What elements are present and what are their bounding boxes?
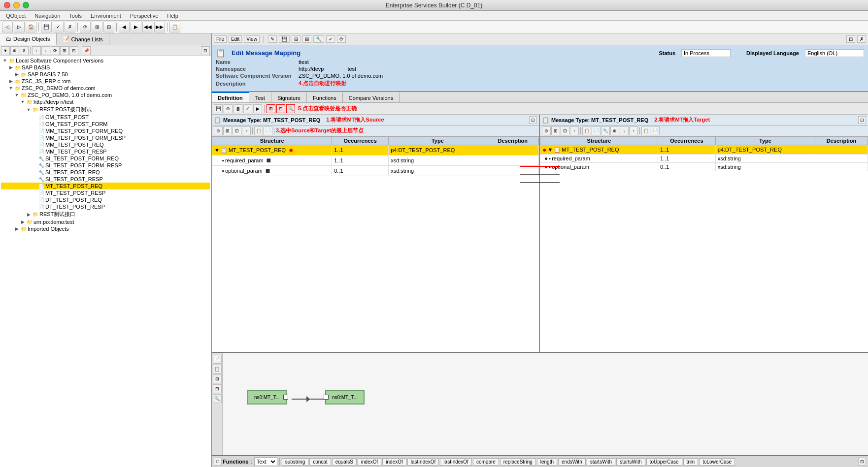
toolbar-btn-14[interactable]: 📋	[169, 22, 180, 32]
tgt-btn-12[interactable]: 📄	[651, 126, 660, 135]
func-btn-lastindexof1[interactable]: lastIndexOf	[407, 458, 439, 466]
lt-btn-add[interactable]: ⊕	[10, 46, 19, 55]
editor-btn-edit[interactable]: Edit	[229, 35, 242, 43]
menu-help[interactable]: Help	[163, 12, 182, 20]
tab-compare[interactable]: Compare Versions	[343, 92, 400, 102]
menu-qobject[interactable]: QObject	[2, 12, 30, 20]
table-row[interactable]: ● ▼ 📋 MT_TEST_POST_REQ 1..1 p4:DT_TEST_P…	[540, 145, 868, 155]
menu-navigation[interactable]: Navigation	[31, 12, 64, 20]
src-btn-4[interactable]: ↑	[242, 126, 251, 135]
toolbar-btn-2[interactable]: ▷	[14, 22, 25, 32]
func-btn-length[interactable]: length	[537, 458, 557, 466]
expand-zsc-po-demo[interactable]: ▼	[8, 85, 14, 91]
tree-item-dt-req[interactable]: 📄 DT_TEST_POST_REQ	[1, 196, 210, 203]
expand-local[interactable]: ▼	[2, 58, 8, 63]
expand-zsc-js[interactable]: ▶	[8, 78, 14, 84]
tree-item-zsc-po-demo[interactable]: ▼ 📁 ZSC_PO_DEMO of demo.com	[1, 85, 210, 92]
lt-btn-up[interactable]: ↑	[32, 46, 41, 55]
editor-btn-file[interactable]: File	[214, 35, 227, 43]
map-btn-automap[interactable]: ⊞	[267, 104, 275, 113]
expand-zsc-po-demo-10[interactable]: ▼	[14, 92, 20, 98]
lt-btn-collapse[interactable]: ⊟	[69, 46, 78, 55]
map-btn-add[interactable]: ⊕	[224, 104, 233, 113]
tgt-btn-5[interactable]: 📋	[582, 126, 591, 135]
func-category-select[interactable]: Text Math Date	[254, 457, 277, 466]
expand-urn-po[interactable]: ▶	[20, 219, 26, 225]
close-button[interactable]	[4, 2, 10, 8]
editor-btn-3[interactable]: ⊟	[292, 35, 300, 43]
tree-item-om-test-post-form[interactable]: 📄 OM_TEST_POST_FORM	[1, 121, 210, 127]
expand-rest-post[interactable]: ▼	[26, 107, 32, 113]
tree-item-si-form-resp[interactable]: 🔧 SI_TEST_POST_FORM_RESP	[1, 162, 210, 169]
diagram-target-node[interactable]: ns0:MT_T...	[325, 390, 365, 405]
lt-btn-expand[interactable]: ⊞	[60, 46, 69, 55]
tgt-btn-11[interactable]: 📋	[641, 126, 650, 135]
editor-close-btn[interactable]: ✗	[857, 35, 866, 43]
map-btn-automap2[interactable]: ⊟	[276, 104, 285, 113]
src-btn-3[interactable]: ⊟	[233, 126, 241, 135]
target-table-container[interactable]: Structure Occurrences Type Description ●	[540, 136, 868, 352]
menu-tools[interactable]: Tools	[65, 12, 86, 20]
func-btn-endswith[interactable]: endsWith	[558, 458, 586, 466]
tree-item-imported[interactable]: ▶ 📁 Imported Objects	[1, 225, 210, 232]
editor-btn-2[interactable]: 💾	[279, 35, 290, 43]
func-btn-tolowercase[interactable]: toLowerCase	[699, 458, 735, 466]
map-btn-save[interactable]: 💾	[214, 104, 223, 113]
table-row[interactable]: ● ▪ optional_param 0..1 xsd:string	[540, 163, 868, 171]
diag-btn-2[interactable]: 📋	[213, 365, 222, 374]
func-btn-startswith2[interactable]: startsWith	[616, 458, 645, 466]
map-btn-test[interactable]: ▶	[253, 104, 262, 113]
tgt-btn-4[interactable]: ↑	[570, 126, 579, 135]
map-btn-del[interactable]: 🗑	[234, 104, 242, 113]
tree-item-rest-cejie[interactable]: ▶ 📁 REST测试接口	[1, 210, 210, 218]
tgt-btn-1[interactable]: ⊕	[542, 126, 551, 135]
lt-btn-refresh[interactable]: ⟳	[51, 46, 60, 55]
tree-area[interactable]: ▼ 📁 Local Software Component Versions ▶ …	[0, 56, 211, 467]
editor-btn-view[interactable]: View	[244, 35, 260, 43]
func-btn-lastindexof2[interactable]: lastIndexOf	[440, 458, 472, 466]
tree-item-mt-resp[interactable]: 📄 MT_TEST_POST_RESP	[1, 189, 210, 196]
toolbar-btn-4[interactable]: 💾	[41, 22, 52, 32]
tree-item-local[interactable]: ▼ 📁 Local Software Component Versions	[1, 57, 210, 64]
source-table-container[interactable]: Structure Occurrences Type Description ▼	[212, 136, 539, 352]
lt-btn-filter[interactable]: ▼	[1, 46, 10, 55]
toolbar-btn-11[interactable]: ▶	[131, 22, 141, 32]
diagram-canvas[interactable]: ns0:MT_T... ns0:MT_T...	[223, 353, 868, 455]
toolbar-btn-6[interactable]: ✗	[65, 22, 75, 32]
table-row[interactable]: ▼ 📋 MT_TEST_POST_REQ ● 1..1 p4:DT_TEST_P…	[212, 145, 539, 156]
toolbar-btn-9[interactable]: ⊟	[103, 22, 114, 32]
lt-btn-delete[interactable]: ✗	[20, 46, 29, 55]
lt-btn-pin[interactable]: 📌	[82, 46, 91, 55]
src-btn-5[interactable]: 📋	[254, 126, 263, 135]
tree-item-si-req[interactable]: 🔧 SI_TEST_POST_REQ	[1, 169, 210, 176]
toolbar-btn-8[interactable]: ⊞	[92, 22, 102, 32]
editor-expand-btn[interactable]: ⊡	[846, 35, 855, 43]
func-toggle-btn[interactable]: □	[214, 458, 222, 466]
tree-item-mt-req[interactable]: 📄 MT_TEST_POST_REQ	[1, 183, 210, 189]
source-expand-btn[interactable]: ⊡	[529, 116, 537, 124]
toolbar-btn-13[interactable]: ▶▶	[154, 22, 165, 32]
status-input[interactable]	[681, 49, 731, 57]
func-btn-trim[interactable]: trim	[683, 458, 699, 466]
tgt-btn-10[interactable]: ↑	[629, 126, 638, 135]
expand-imported[interactable]: ▶	[14, 226, 20, 232]
editor-btn-7[interactable]: ⟳	[337, 35, 346, 43]
tree-item-rest-post[interactable]: ▼ 📁 REST POST接口测试	[1, 105, 210, 114]
tree-item-mm-resp[interactable]: 📄 MM_TEST_POST_RESP	[1, 148, 210, 155]
expand-sap-basis-750[interactable]: ▶	[14, 71, 20, 77]
tab-signature[interactable]: Signature	[271, 92, 307, 102]
func-btn-replacestring[interactable]: replaceString	[500, 458, 536, 466]
toolbar-btn-7[interactable]: ⟳	[80, 22, 91, 32]
diag-btn-5[interactable]: 🔍	[213, 394, 222, 403]
func-expand-btn[interactable]: ⊡	[858, 458, 866, 466]
tgt-btn-7[interactable]: 🔧	[601, 126, 610, 135]
tab-functions[interactable]: Functions	[307, 92, 343, 102]
expand-icon-src-0[interactable]: ▼	[214, 147, 220, 153]
expand-icon-tgt-0[interactable]: ▼	[547, 147, 553, 153]
toolbar-btn-10[interactable]: ◀	[119, 22, 130, 32]
src-btn-2[interactable]: ⊞	[223, 126, 232, 135]
tree-item-mm-form-req[interactable]: 📄 MM_TEST_POST_FORM_REQ	[1, 127, 210, 134]
map-btn-check[interactable]: ✓	[243, 104, 252, 113]
diag-btn-1[interactable]: 📄	[213, 355, 222, 364]
tgt-btn-3[interactable]: ⊟	[561, 126, 569, 135]
